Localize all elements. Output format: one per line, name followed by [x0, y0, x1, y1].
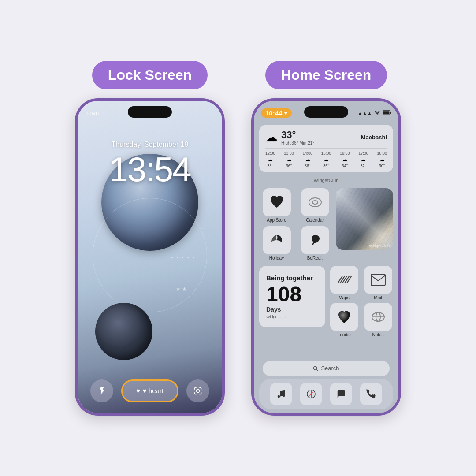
weather-highmin: High:36° Min:21°: [281, 141, 314, 145]
weather-hour-6: 18:00 ☁ 30°: [377, 151, 387, 168]
bereal-wrap: BeReal.: [298, 226, 332, 260]
weather-top: ☁ 33° High:36° Min:21° Maebashi: [265, 129, 387, 145]
home-screen-label: Home Screen: [265, 61, 387, 89]
foodie-wrap: Foodie: [329, 303, 359, 337]
mail-icon[interactable]: [364, 266, 392, 294]
counter-unit: Days: [266, 306, 318, 313]
lock-date: Thursday, September 19: [78, 141, 222, 149]
notes-wrap: Notes: [363, 303, 393, 337]
svg-point-5: [312, 201, 318, 204]
search-label: Search: [321, 365, 339, 372]
marble-widget[interactable]: WidgetClub: [336, 188, 393, 250]
svg-point-4: [309, 198, 321, 207]
home-dock: [259, 379, 393, 409]
marble-widgetclub-label: WidgetClub: [369, 244, 390, 248]
svg-rect-3: [383, 111, 389, 114]
home-screen-phone: 10:44 ♥ ▲▲▲: [251, 98, 401, 416]
mail-wrap: Mail: [363, 266, 393, 300]
weather-temp-block: 33° High:36° Min:21°: [281, 129, 314, 145]
weather-city: Maebashi: [361, 134, 387, 141]
notes-label: Notes: [372, 332, 383, 337]
weather-hour-2: 14:00 ☁ 36°: [302, 151, 312, 168]
holiday-wrap: Holiday: [259, 226, 294, 260]
weather-left: ☁ 33° High:36° Min:21°: [265, 129, 314, 145]
weather-cloud-icon: ☁: [265, 130, 278, 145]
app-section-1: App Store Calendar: [259, 188, 393, 260]
small-apps-row-2: Foodie: [329, 303, 393, 337]
lock-screen-label: Lock Screen: [92, 61, 208, 89]
mail-label: Mail: [374, 295, 382, 300]
dock-music[interactable]: [270, 383, 292, 405]
lock-planet-small: [95, 303, 152, 360]
home-time: 10:44: [265, 109, 282, 117]
dock-messages[interactable]: [330, 383, 352, 405]
maps-label: Maps: [338, 295, 349, 300]
home-status-icons: ▲▲▲: [357, 110, 391, 116]
svg-rect-7: [371, 274, 385, 286]
app-cols-left: App Store Calendar: [259, 188, 332, 260]
weather-hourly: 12:00 ☁ 35° 13:00 ☁ 36° 14:00 ☁ 36°: [265, 148, 387, 168]
app-store-wrap: App Store: [259, 188, 294, 223]
counter-number: 108: [266, 284, 318, 305]
lock-screen-phone: povo Thursday, September 19 13:54 • • • …: [75, 98, 225, 416]
camera-button[interactable]: [186, 379, 209, 402]
heart-button[interactable]: ♥ ♥ heart: [121, 379, 178, 402]
app-row-2: Holiday BeReal.: [259, 226, 332, 260]
weather-widget[interactable]: ☁ 33° High:36° Min:21° Maebashi: [259, 125, 393, 172]
bereal-label: BeReal.: [307, 256, 323, 260]
lock-carrier: povo: [86, 110, 99, 116]
dynamic-island-lock: [128, 106, 172, 118]
lock-screen-bg: povo Thursday, September 19 13:54 • • • …: [78, 101, 222, 413]
foodie-icon[interactable]: [330, 303, 358, 331]
home-screen-section: Home Screen 10:44 ♥ ▲▲▲: [251, 61, 401, 416]
weather-hour-3: 15:00 ☁ 35°: [321, 151, 331, 168]
app-store-label: App Store: [267, 218, 286, 223]
marble-widget-wrap: WidgetClub: [336, 188, 393, 250]
counter-widget[interactable]: Being together 108 Days WidgetClub: [259, 266, 325, 327]
weather-temp: 33°: [281, 129, 314, 141]
holiday-icon[interactable]: [263, 226, 291, 254]
small-apps-row-1: ///// Maps: [329, 266, 393, 300]
svg-point-0: [197, 389, 200, 392]
home-heart-status: ♥: [284, 110, 287, 116]
small-apps-grid: ///// Maps: [329, 266, 393, 337]
weather-hour-0: 12:00 ☁ 35°: [265, 151, 275, 168]
signal-icon: ▲▲▲: [357, 111, 372, 116]
bereal-icon[interactable]: [301, 226, 329, 254]
lock-time: 13:54: [78, 149, 222, 190]
home-time-area: 10:44 ♥: [261, 108, 292, 118]
flashlight-button[interactable]: [90, 379, 113, 402]
dock-safari[interactable]: [300, 383, 322, 405]
weather-hour-4: 16:00 ☁ 34°: [340, 151, 350, 168]
home-screen-bg: 10:44 ♥ ▲▲▲: [254, 101, 398, 413]
counter-title: Being together: [266, 274, 318, 282]
calendar-label: Calendar: [306, 218, 324, 223]
home-content: ☁ 33° High:36° Min:21° Maebashi: [254, 122, 398, 361]
search-bar[interactable]: Search: [263, 361, 390, 376]
app-store-icon[interactable]: [263, 188, 291, 216]
svg-line-12: [317, 369, 318, 371]
lock-bottom-controls: ♥ ♥ heart: [78, 379, 222, 402]
weather-hour-5: 17:00 ☁ 32°: [358, 151, 368, 168]
counter-sublabel: WidgetClub: [266, 315, 318, 319]
foodie-label: Foodie: [337, 332, 351, 337]
app-row-1: App Store Calendar: [259, 188, 332, 223]
widgetclub-label-1: WidgetClub: [259, 178, 393, 183]
battery-icon: [383, 110, 391, 116]
svg-point-1: [377, 114, 378, 115]
wifi-icon: [374, 111, 380, 116]
home-status-bar: 10:44 ♥ ▲▲▲: [254, 101, 398, 122]
svg-point-11: [314, 366, 317, 370]
maps-wrap: ///// Maps: [329, 266, 359, 300]
notes-icon[interactable]: [364, 303, 392, 331]
maps-icon[interactable]: /////: [330, 266, 358, 294]
weather-hour-1: 13:00 ☁ 36°: [284, 151, 294, 168]
heart-label: ♥ heart: [143, 387, 164, 394]
holiday-label: Holiday: [269, 256, 284, 260]
dock-phone[interactable]: [360, 383, 382, 405]
calendar-icon[interactable]: [301, 188, 329, 216]
bottom-section: Being together 108 Days WidgetClub /////: [259, 266, 393, 337]
calendar-wrap: Calendar: [298, 188, 332, 223]
lock-screen-section: Lock Screen povo Thursday, September 19 …: [75, 61, 225, 416]
stars-decoration: ★ ★: [176, 286, 187, 292]
